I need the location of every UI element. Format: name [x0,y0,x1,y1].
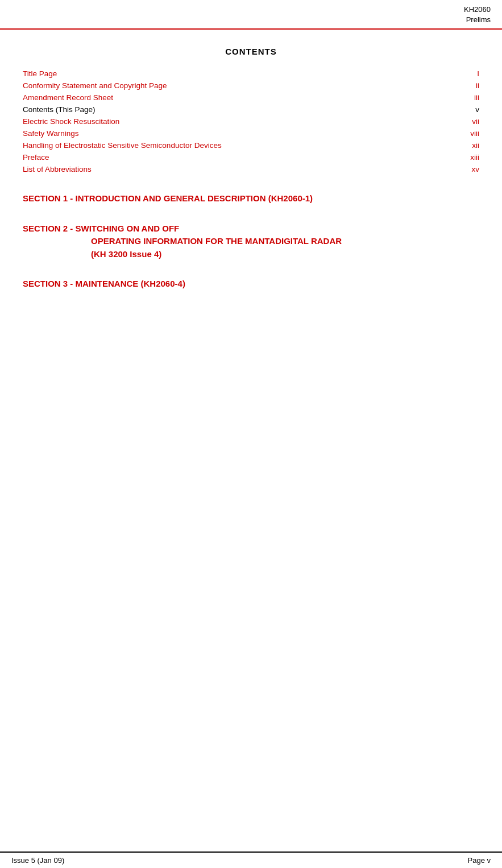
toc-entry-label: Title Page [23,69,57,78]
section1-title: SECTION 1 - INTRODUCTION AND GENERAL DES… [23,192,479,205]
toc-row: Title PageI [23,68,479,80]
toc-row: Safety Warningsviii [23,127,479,139]
toc-entry-label: Electric Shock Resuscitation [23,117,119,126]
toc-row: Contents (This Page)v [23,104,479,115]
contents-title: CONTENTS [23,47,479,56]
toc-entry-page: v [475,105,479,114]
toc-list: Title PageIConformity Statement and Copy… [23,68,479,175]
section2-line2: OPERATING INFORMATION FOR THE MANTADIGIT… [91,235,479,248]
toc-row: Electric Shock Resuscitationvii [23,115,479,127]
toc-entry-page: ii [476,81,479,90]
section3-block: SECTION 3 - MAINTENANCE (KH2060-4) [23,278,479,291]
toc-row: Conformity Statement and Copyright Pagei… [23,80,479,92]
toc-entry-page: viii [470,129,479,138]
toc-entry-page: xv [472,165,480,173]
toc-row: Handling of Electrostatic Sensitive Semi… [23,139,479,151]
toc-entry-label: Amendment Record Sheet [23,93,113,102]
header-line2: Prelims [466,15,491,24]
footer-right: Page v [468,856,491,865]
toc-entry-label: Contents (This Page) [23,105,96,114]
main-content: CONTENTS Title PageIConformity Statement… [0,30,502,336]
toc-entry-label: Safety Warnings [23,129,79,138]
section2-block: SECTION 2 - SWITCHING ON AND OFF OPERATI… [23,222,479,261]
toc-entry-page: xii [472,141,479,150]
section2-line1: SECTION 2 - SWITCHING ON AND OFF [23,222,479,235]
toc-entry-label: Handling of Electrostatic Sensitive Semi… [23,141,222,150]
section1-block: SECTION 1 - INTRODUCTION AND GENERAL DES… [23,192,479,205]
page-header: KH2060 Prelims [0,0,502,30]
header-line1: KH2060 [464,5,491,14]
section2-line3: (KH 3200 Issue 4) [91,248,479,261]
section3-title: SECTION 3 - MAINTENANCE (KH2060-4) [23,278,479,291]
toc-entry-label: Conformity Statement and Copyright Page [23,81,167,90]
toc-entry-page: xiii [470,153,479,162]
footer-left: Issue 5 (Jan 09) [11,856,64,865]
toc-row: Prefacexiii [23,151,479,163]
toc-row: Amendment Record Sheetiii [23,92,479,104]
toc-entry-page: iii [474,93,479,102]
toc-entry-page: I [477,69,479,78]
page-footer: Issue 5 (Jan 09) Page v [0,852,502,868]
header-text: KH2060 Prelims [464,5,491,25]
toc-entry-page: vii [472,117,479,126]
toc-entry-label: List of Abbreviations [23,165,92,173]
toc-entry-label: Preface [23,153,49,162]
toc-row: List of Abbreviationsxv [23,163,479,175]
